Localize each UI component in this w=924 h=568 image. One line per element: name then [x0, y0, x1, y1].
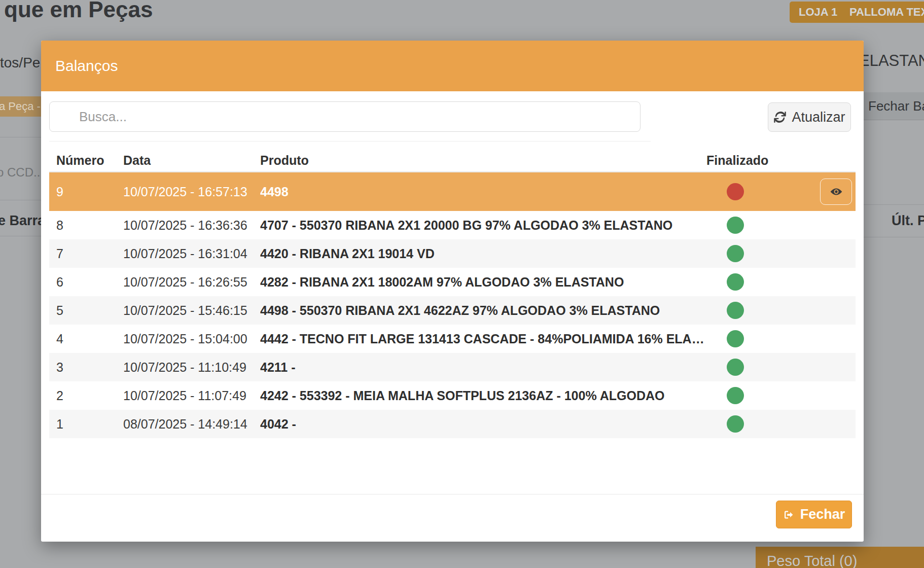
- store-button[interactable]: LOJA 1: [790, 2, 846, 23]
- row-date: 10/07/2025 - 15:46:15: [123, 303, 260, 318]
- row-number: 6: [49, 275, 123, 290]
- row-action-cell: [820, 179, 856, 205]
- row-date: 08/07/2025 - 14:49:14: [123, 417, 260, 432]
- fechar-balanca-button-fragment[interactable]: Fechar Balança: [862, 92, 924, 120]
- row-product: 4442 - TECNO FIT LARGE 131413 CASCADE - …: [260, 332, 706, 346]
- status-dot-icon: [727, 273, 744, 291]
- refresh-icon: [773, 111, 787, 124]
- status-dot-icon: [727, 245, 744, 262]
- row-product: 4211 -: [260, 360, 706, 375]
- modal-header: Balanços: [41, 41, 864, 91]
- divider: [0, 137, 41, 137]
- row-product: 4242 - 553392 - MEIA MALHA SOFTPLUS 2136…: [260, 388, 706, 403]
- table-row[interactable]: 9 10/07/2025 - 16:57:13 4498: [49, 172, 856, 211]
- table-row[interactable]: 3 10/07/2025 - 11:10:49 4211 -: [49, 353, 856, 381]
- search-input[interactable]: [49, 101, 641, 132]
- row-product: 4282 - RIBANA 2X1 18002AM 97% ALGODAO 3%…: [260, 275, 706, 290]
- divider: [862, 237, 924, 237]
- status-cell: [706, 302, 820, 319]
- row-product: 4420 - RIBANA 2X1 19014 VD: [260, 246, 706, 261]
- row-date: 10/07/2025 - 16:31:04: [123, 246, 260, 261]
- modal-footer: Fechar: [41, 494, 864, 542]
- status-cell: [706, 217, 820, 234]
- modal-title: Balanços: [55, 57, 118, 75]
- header-numero: Número: [49, 153, 123, 168]
- row-number: 1: [49, 417, 123, 432]
- table-row[interactable]: 2 10/07/2025 - 11:07:49 4242 - 553392 - …: [49, 381, 856, 410]
- status-cell: [706, 245, 820, 262]
- row-date: 10/07/2025 - 16:26:55: [123, 275, 260, 290]
- status-dot-icon: [727, 415, 744, 433]
- ccd-text-fragment: o CCD...: [0, 165, 44, 180]
- row-number: 7: [49, 246, 123, 261]
- status-dot-icon: [727, 359, 744, 376]
- close-button-label: Fechar: [800, 507, 845, 522]
- divider: [0, 236, 41, 236]
- company-button[interactable]: PALLOMA TEX: [841, 2, 924, 23]
- row-number: 4: [49, 332, 123, 346]
- header-produto: Produto: [260, 153, 706, 168]
- balancos-modal: Balanços Atualizar Número Data Produto F…: [41, 41, 864, 542]
- row-date: 10/07/2025 - 16:36:36: [123, 218, 260, 233]
- status-cell: [706, 415, 820, 433]
- status-cell: [706, 387, 820, 404]
- status-dot-icon: [727, 330, 744, 347]
- status-cell: [706, 330, 820, 347]
- left-orange-button-fragment[interactable]: a Peça - F: [0, 96, 46, 117]
- divider: [862, 204, 924, 205]
- row-number: 2: [49, 388, 123, 403]
- row-number: 8: [49, 218, 123, 233]
- divider: [49, 141, 651, 141]
- row-number: 3: [49, 360, 123, 375]
- refresh-button-label: Atualizar: [792, 110, 845, 125]
- row-product: 4707 - 550370 RIBANA 2X1 20000 BG 97% AL…: [260, 218, 706, 233]
- row-date: 10/07/2025 - 15:04:00: [123, 332, 260, 346]
- status-cell: [706, 183, 820, 200]
- close-modal-button[interactable]: Fechar: [776, 501, 852, 528]
- header-data: Data: [123, 153, 260, 168]
- status-cell: [706, 273, 820, 291]
- balances-table: Número Data Produto Finalizado 9 10/07/2…: [49, 149, 856, 438]
- left-nav-fragment: tos/Pe: [0, 55, 40, 71]
- table-row[interactable]: 7 10/07/2025 - 16:31:04 4420 - RIBANA 2X…: [49, 239, 856, 268]
- sign-out-icon: [783, 509, 795, 521]
- elastano-text-fragment: ELASTANO: [859, 52, 924, 70]
- table-header-row: Número Data Produto Finalizado: [49, 149, 856, 172]
- table-row[interactable]: 6 10/07/2025 - 16:26:55 4282 - RIBANA 2X…: [49, 268, 856, 296]
- peso-total-label: Peso Total (0): [756, 547, 924, 568]
- table-body: 9 10/07/2025 - 16:57:13 4498 8 10/07/202…: [49, 172, 856, 438]
- row-date: 10/07/2025 - 11:07:49: [123, 388, 260, 403]
- table-row[interactable]: 5 10/07/2025 - 15:46:15 4498 - 550370 RI…: [49, 296, 856, 325]
- row-date: 10/07/2025 - 16:57:13: [123, 185, 260, 199]
- row-product: 4042 -: [260, 417, 706, 432]
- status-dot-icon: [727, 217, 744, 234]
- divider: [0, 200, 41, 200]
- eye-icon: [828, 185, 844, 198]
- header-finalizado: Finalizado: [706, 153, 820, 168]
- status-dot-icon: [727, 183, 744, 200]
- table-row[interactable]: 4 10/07/2025 - 15:04:00 4442 - TECNO FIT…: [49, 325, 856, 353]
- barra-label-fragment: e Barra: [0, 213, 45, 229]
- refresh-button[interactable]: Atualizar: [768, 102, 851, 132]
- view-row-button[interactable]: [820, 179, 852, 205]
- table-row[interactable]: 1 08/07/2025 - 14:49:14 4042 -: [49, 410, 856, 438]
- status-cell: [706, 359, 820, 376]
- page-title: que em Peças: [4, 0, 153, 22]
- row-product: 4498 - 550370 RIBANA 2X1 4622AZ 97% ALGO…: [260, 303, 706, 318]
- row-number: 9: [49, 185, 123, 199]
- ult-peso-header-fragment: Últ. P: [892, 213, 924, 229]
- row-date: 10/07/2025 - 11:10:49: [123, 360, 260, 375]
- row-number: 5: [49, 303, 123, 318]
- status-dot-icon: [727, 387, 744, 404]
- peso-total-panel: Peso Total (0): [756, 547, 924, 568]
- status-dot-icon: [727, 302, 744, 319]
- row-product: 4498: [260, 185, 706, 199]
- table-row[interactable]: 8 10/07/2025 - 16:36:36 4707 - 550370 RI…: [49, 211, 856, 239]
